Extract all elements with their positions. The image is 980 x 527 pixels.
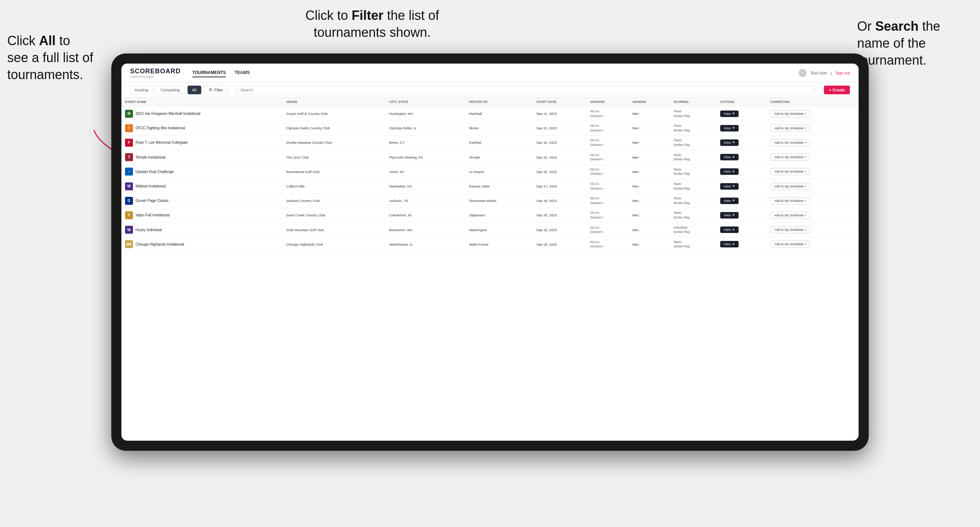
- cell-competing-8: Add to My Schedule +: [767, 222, 859, 237]
- view-button-1[interactable]: View 👁: [720, 125, 738, 132]
- event-logo-6: G: [125, 197, 133, 205]
- cell-venue-8: Gold Mountain Golf Club: [283, 222, 385, 237]
- add-schedule-button-5[interactable]: Add to My Schedule +: [770, 183, 810, 190]
- filter-button[interactable]: ☰ Filter: [204, 85, 228, 94]
- cell-hosted-5: Kansas State: [465, 179, 533, 193]
- add-schedule-label-9: Add to My Schedule +: [775, 242, 806, 246]
- table-row: I OFCC Fighting Illini Invitational Olym…: [121, 121, 859, 135]
- cell-venue-0: Guyan Golf & Country Club: [283, 106, 385, 121]
- view-button-5[interactable]: View 👁: [720, 183, 738, 190]
- view-label-0: View: [724, 112, 731, 116]
- nav-tab-tournaments[interactable]: TOURNAMENTS: [192, 68, 226, 77]
- cell-venue-4: Ravenwood Golf Club: [283, 164, 385, 179]
- cell-division-1: NCAADivision I: [587, 121, 629, 135]
- cell-venue-9: Chicago Highlands Club: [283, 237, 385, 251]
- view-button-7[interactable]: View 👁: [720, 212, 738, 219]
- add-schedule-button-4[interactable]: Add to My Schedule +: [770, 168, 810, 175]
- cell-venue-5: Colbert Hills: [283, 179, 385, 193]
- add-schedule-label-3: Add to My Schedule +: [775, 155, 806, 159]
- event-name-4: Upstate Dual Challenge: [135, 170, 174, 174]
- col-competing: COMPETING: [767, 97, 859, 106]
- tab-all[interactable]: All: [188, 86, 201, 94]
- cell-city-9: Westchester, IL: [385, 237, 465, 251]
- annotation-filter: Click to Filter the list of tournaments …: [296, 7, 448, 41]
- add-schedule-button-0[interactable]: Add to My Schedule +: [770, 110, 810, 117]
- add-schedule-label-7: Add to My Schedule +: [775, 213, 806, 217]
- cell-gender-8: Men: [629, 222, 670, 237]
- add-schedule-button-7[interactable]: Add to My Schedule +: [770, 212, 810, 219]
- cell-venue-3: The 1912 Club: [283, 150, 385, 164]
- view-button-6[interactable]: View 👁: [720, 198, 738, 204]
- cell-gender-3: Men: [629, 150, 670, 164]
- cell-actions-8: View 👁: [717, 222, 767, 237]
- cell-gender-1: Men: [629, 121, 670, 135]
- table-row: W Wildcat Invitational Colbert Hills Man…: [121, 179, 859, 193]
- view-button-9[interactable]: View 👁: [720, 241, 738, 248]
- cell-event-name-0: M 2023 Joe Feaganes Marshall Invitationa…: [121, 106, 283, 121]
- table-header-row: EVENT NAME VENUE CITY, STATE HOSTED BY S…: [121, 97, 859, 106]
- cell-city-8: Bremerton, WA: [385, 222, 465, 237]
- view-label-9: View: [724, 242, 731, 246]
- add-schedule-button-2[interactable]: Add to My Schedule +: [770, 139, 810, 146]
- sign-out-link[interactable]: Sign out: [835, 71, 850, 75]
- app-logo: SCOREBOARD: [130, 68, 181, 75]
- view-button-3[interactable]: View 👁: [720, 154, 738, 160]
- add-schedule-label-8: Add to My Schedule +: [775, 228, 806, 232]
- add-schedule-button-1[interactable]: Add to My Schedule +: [770, 125, 810, 132]
- table-row: G Grover Page Classic Jackson Country Cl…: [121, 194, 859, 208]
- add-schedule-label-5: Add to My Schedule +: [775, 184, 806, 188]
- cell-scoring-9: TeamStroke Play: [670, 237, 717, 251]
- add-schedule-button-3[interactable]: Add to My Schedule +: [770, 154, 810, 161]
- cell-event-name-6: G Grover Page Classic: [121, 194, 283, 208]
- add-schedule-label-4: Add to My Schedule +: [775, 170, 806, 173]
- event-name-9: Chicago Highlands Invitational: [135, 242, 184, 246]
- table-row: W Husky Individual Gold Mountain Golf Cl…: [121, 222, 859, 237]
- cell-competing-4: Add to My Schedule +: [767, 164, 859, 179]
- eye-icon-3: 👁: [732, 156, 735, 159]
- cell-hosted-1: Illinois: [465, 121, 533, 135]
- view-label-8: View: [724, 228, 731, 232]
- create-button[interactable]: + Create: [824, 86, 850, 94]
- add-schedule-button-9[interactable]: Add to My Schedule +: [770, 241, 810, 248]
- cell-division-5: NCAADivision I: [587, 179, 629, 193]
- cell-scoring-7: TeamStroke Play: [670, 208, 717, 222]
- view-button-8[interactable]: View 👁: [720, 227, 738, 233]
- view-button-4[interactable]: View 👁: [720, 168, 738, 175]
- event-logo-7: V: [125, 211, 133, 219]
- eye-icon-7: 👁: [732, 213, 735, 217]
- view-label-6: View: [724, 199, 731, 203]
- cell-date-1: Sep 15, 2023: [533, 121, 587, 135]
- col-gender: GENDER: [629, 97, 670, 106]
- cell-city-7: Chesterton, IN: [385, 208, 465, 222]
- app-header: SCOREBOARD Powered by clippd TOURNAMENTS…: [121, 63, 859, 83]
- add-schedule-button-6[interactable]: Add to My Schedule +: [770, 197, 810, 205]
- tab-hosting[interactable]: Hosting: [130, 86, 153, 94]
- view-label-1: View: [724, 126, 731, 130]
- cell-actions-7: View 👁: [717, 208, 767, 222]
- cell-scoring-0: TeamStroke Play: [670, 106, 717, 121]
- eye-icon-4: 👁: [732, 170, 735, 173]
- cell-date-2: Sep 16, 2023: [533, 135, 587, 150]
- event-logo-8: W: [125, 226, 133, 234]
- cell-date-9: Sep 18, 2023: [533, 237, 587, 251]
- view-button-0[interactable]: View 👁: [720, 111, 738, 117]
- view-button-2[interactable]: View 👁: [720, 140, 738, 146]
- cell-gender-6: Men: [629, 194, 670, 208]
- add-schedule-button-8[interactable]: Add to My Schedule +: [770, 226, 810, 233]
- tab-competing[interactable]: Competing: [156, 86, 184, 94]
- event-logo-9: WF: [125, 240, 133, 248]
- col-venue: VENUE: [283, 97, 385, 106]
- filter-icon: ☰: [209, 87, 213, 92]
- search-input[interactable]: [236, 86, 815, 94]
- eye-icon-2: 👁: [732, 141, 735, 144]
- view-label-3: View: [724, 155, 731, 159]
- nav-tab-teams[interactable]: TEAMS: [234, 68, 250, 77]
- cell-venue-6: Jackson Country Club: [283, 194, 385, 208]
- cell-scoring-4: TeamStroke Play: [670, 164, 717, 179]
- cell-gender-9: Men: [629, 237, 670, 251]
- event-name-5: Wildcat Invitational: [135, 184, 165, 188]
- tournaments-table: EVENT NAME VENUE CITY, STATE HOSTED BY S…: [121, 97, 859, 252]
- col-start-date: START DATE: [533, 97, 587, 106]
- table-row: ~ Upstate Dual Challenge Ravenwood Golf …: [121, 164, 859, 179]
- cell-division-3: NCAADivision I: [587, 150, 629, 164]
